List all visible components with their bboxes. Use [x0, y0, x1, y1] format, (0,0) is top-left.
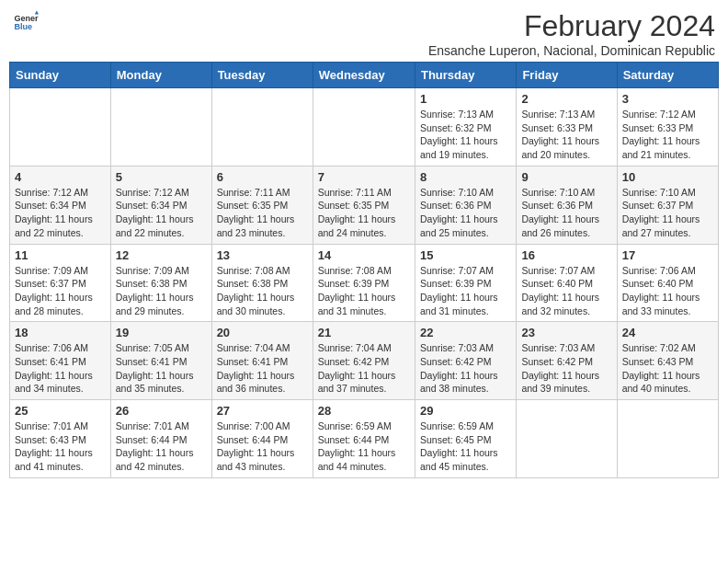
day-info: Sunrise: 7:08 AMSunset: 6:39 PMDaylight:… [318, 264, 410, 318]
day-number: 6 [217, 170, 308, 184]
table-row: 14Sunrise: 7:08 AMSunset: 6:39 PMDayligh… [313, 244, 415, 322]
table-row: 12Sunrise: 7:09 AMSunset: 6:38 PMDayligh… [110, 244, 211, 322]
col-sunday: Sunday [10, 63, 111, 88]
svg-marker-2 [35, 10, 39, 14]
month-year: February 2024 [428, 9, 715, 43]
day-number: 9 [521, 170, 611, 184]
table-row: 27Sunrise: 7:00 AMSunset: 6:44 PMDayligh… [211, 400, 313, 478]
day-number: 29 [420, 404, 511, 418]
table-row: 11Sunrise: 7:09 AMSunset: 6:37 PMDayligh… [10, 244, 111, 322]
table-row: 19Sunrise: 7:05 AMSunset: 6:41 PMDayligh… [110, 322, 211, 400]
table-row [313, 88, 415, 167]
day-number: 11 [15, 248, 106, 262]
day-info: Sunrise: 7:03 AMSunset: 6:42 PMDaylight:… [521, 341, 611, 396]
day-info: Sunrise: 7:13 AMSunset: 6:32 PMDaylight:… [420, 108, 511, 162]
table-row [617, 400, 718, 478]
location: Ensanche Luperon, Nacional, Dominican Re… [428, 43, 715, 58]
day-number: 19 [116, 326, 207, 339]
table-row [110, 88, 211, 167]
day-info: Sunrise: 7:01 AMSunset: 6:43 PMDaylight:… [15, 419, 106, 474]
table-row: 15Sunrise: 7:07 AMSunset: 6:39 PMDayligh… [415, 244, 516, 322]
day-number: 26 [116, 404, 207, 418]
table-row: 20Sunrise: 7:04 AMSunset: 6:41 PMDayligh… [211, 322, 313, 400]
table-row: 18Sunrise: 7:06 AMSunset: 6:41 PMDayligh… [10, 322, 111, 400]
day-number: 20 [217, 326, 308, 339]
title-block: February 2024 Ensanche Luperon, Nacional… [428, 9, 715, 58]
day-number: 5 [116, 170, 207, 184]
table-row: 24Sunrise: 7:02 AMSunset: 6:43 PMDayligh… [617, 322, 718, 400]
table-row: 29Sunrise: 6:59 AMSunset: 6:45 PMDayligh… [415, 400, 516, 478]
day-number: 15 [420, 248, 511, 262]
day-number: 1 [420, 92, 511, 106]
day-info: Sunrise: 7:08 AMSunset: 6:38 PMDaylight:… [217, 264, 308, 318]
day-number: 8 [420, 170, 511, 184]
calendar-week-row: 1Sunrise: 7:13 AMSunset: 6:32 PMDaylight… [10, 88, 719, 167]
table-row: 7Sunrise: 7:11 AMSunset: 6:35 PMDaylight… [313, 166, 415, 244]
day-number: 7 [318, 170, 410, 184]
day-info: Sunrise: 7:10 AMSunset: 6:36 PMDaylight:… [420, 186, 511, 240]
day-info: Sunrise: 7:07 AMSunset: 6:40 PMDaylight:… [521, 264, 611, 318]
day-number: 22 [420, 326, 511, 339]
day-info: Sunrise: 6:59 AMSunset: 6:45 PMDaylight:… [420, 419, 511, 474]
day-number: 18 [15, 326, 106, 339]
col-friday: Friday [517, 63, 617, 88]
day-number: 3 [622, 92, 713, 106]
day-number: 17 [622, 248, 713, 262]
col-wednesday: Wednesday [313, 63, 415, 88]
day-info: Sunrise: 7:11 AMSunset: 6:35 PMDaylight:… [318, 186, 410, 240]
svg-text:General: General [14, 14, 39, 23]
day-number: 12 [116, 248, 207, 262]
day-info: Sunrise: 7:07 AMSunset: 6:39 PMDaylight:… [420, 264, 511, 318]
table-row: 26Sunrise: 7:01 AMSunset: 6:44 PMDayligh… [110, 400, 211, 478]
day-number: 28 [318, 404, 410, 418]
table-row: 16Sunrise: 7:07 AMSunset: 6:40 PMDayligh… [517, 244, 617, 322]
day-info: Sunrise: 7:06 AMSunset: 6:41 PMDaylight:… [15, 341, 106, 396]
day-info: Sunrise: 7:05 AMSunset: 6:41 PMDaylight:… [116, 341, 207, 396]
day-info: Sunrise: 7:13 AMSunset: 6:33 PMDaylight:… [521, 108, 611, 162]
day-info: Sunrise: 7:12 AMSunset: 6:34 PMDaylight:… [15, 186, 106, 240]
day-info: Sunrise: 7:04 AMSunset: 6:42 PMDaylight:… [318, 341, 410, 396]
day-number: 24 [622, 326, 713, 339]
table-row: 21Sunrise: 7:04 AMSunset: 6:42 PMDayligh… [313, 322, 415, 400]
logo: General Blue [13, 9, 39, 35]
day-number: 13 [217, 248, 308, 262]
day-info: Sunrise: 7:02 AMSunset: 6:43 PMDaylight:… [622, 341, 713, 396]
day-info: Sunrise: 7:06 AMSunset: 6:40 PMDaylight:… [622, 264, 713, 318]
day-number: 21 [318, 326, 410, 339]
day-info: Sunrise: 7:03 AMSunset: 6:42 PMDaylight:… [420, 341, 511, 396]
svg-text:Blue: Blue [14, 22, 32, 31]
calendar-table: Sunday Monday Tuesday Wednesday Thursday… [9, 62, 719, 478]
table-row: 22Sunrise: 7:03 AMSunset: 6:42 PMDayligh… [415, 322, 516, 400]
table-row: 5Sunrise: 7:12 AMSunset: 6:34 PMDaylight… [110, 166, 211, 244]
day-number: 23 [521, 326, 611, 339]
day-number: 27 [217, 404, 308, 418]
day-info: Sunrise: 7:10 AMSunset: 6:36 PMDaylight:… [521, 186, 611, 240]
day-info: Sunrise: 7:10 AMSunset: 6:37 PMDaylight:… [622, 186, 713, 240]
table-row: 6Sunrise: 7:11 AMSunset: 6:35 PMDaylight… [211, 166, 313, 244]
calendar-week-row: 11Sunrise: 7:09 AMSunset: 6:37 PMDayligh… [10, 244, 719, 322]
table-row: 2Sunrise: 7:13 AMSunset: 6:33 PMDaylight… [517, 88, 617, 167]
col-tuesday: Tuesday [211, 63, 313, 88]
calendar-week-row: 4Sunrise: 7:12 AMSunset: 6:34 PMDaylight… [10, 166, 719, 244]
col-thursday: Thursday [415, 63, 516, 88]
logo-icon: General Blue [13, 9, 39, 35]
table-row [517, 400, 617, 478]
col-monday: Monday [110, 63, 211, 88]
table-row [10, 88, 111, 167]
day-number: 16 [521, 248, 611, 262]
day-info: Sunrise: 7:09 AMSunset: 6:38 PMDaylight:… [116, 264, 207, 318]
table-row: 17Sunrise: 7:06 AMSunset: 6:40 PMDayligh… [617, 244, 718, 322]
table-row: 9Sunrise: 7:10 AMSunset: 6:36 PMDaylight… [517, 166, 617, 244]
day-number: 10 [622, 170, 713, 184]
day-info: Sunrise: 7:12 AMSunset: 6:34 PMDaylight:… [116, 186, 207, 240]
calendar-week-row: 25Sunrise: 7:01 AMSunset: 6:43 PMDayligh… [10, 400, 719, 478]
table-row: 10Sunrise: 7:10 AMSunset: 6:37 PMDayligh… [617, 166, 718, 244]
day-info: Sunrise: 7:00 AMSunset: 6:44 PMDaylight:… [217, 419, 308, 474]
calendar-header-row: Sunday Monday Tuesday Wednesday Thursday… [10, 63, 719, 88]
day-info: Sunrise: 7:09 AMSunset: 6:37 PMDaylight:… [15, 264, 106, 318]
table-row: 1Sunrise: 7:13 AMSunset: 6:32 PMDaylight… [415, 88, 516, 167]
day-info: Sunrise: 6:59 AMSunset: 6:44 PMDaylight:… [318, 419, 410, 474]
table-row: 3Sunrise: 7:12 AMSunset: 6:33 PMDaylight… [617, 88, 718, 167]
calendar-week-row: 18Sunrise: 7:06 AMSunset: 6:41 PMDayligh… [10, 322, 719, 400]
day-info: Sunrise: 7:11 AMSunset: 6:35 PMDaylight:… [217, 186, 308, 240]
